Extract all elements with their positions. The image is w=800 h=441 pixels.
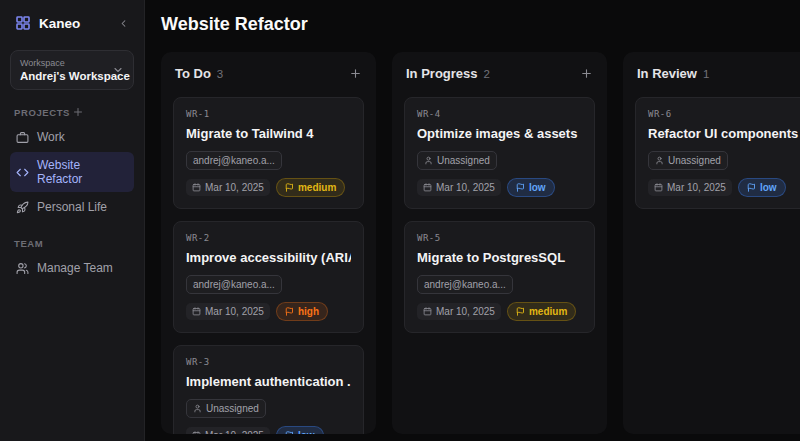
- assignee-label: Unassigned: [206, 403, 259, 414]
- column-cards: WR-4 Optimize images & assets Unassigned…: [404, 97, 595, 345]
- assignee-label: andrej@kaneo.a...: [424, 279, 506, 290]
- column-count: 2: [484, 68, 574, 80]
- sidebar-collapse-button[interactable]: [115, 18, 132, 29]
- kanban-board: To Do 3 WR-1 Migrate to Tailwind 4 andre…: [161, 52, 800, 434]
- priority-badge: high: [276, 302, 328, 321]
- add-card-button[interactable]: [580, 67, 593, 80]
- team-header-label: TEAM: [14, 238, 130, 249]
- task-card[interactable]: WR-4 Optimize images & assets Unassigned…: [404, 97, 595, 209]
- projects-header-label: PROJECTS: [14, 107, 72, 118]
- task-card[interactable]: WR-2 Improve accessibility (ARIA) andrej…: [173, 221, 364, 333]
- task-title: Migrate to PostgresSQL: [417, 250, 582, 265]
- chevron-down-icon: [112, 64, 124, 76]
- column-name: To Do: [175, 66, 211, 81]
- sidebar-item-website-refactor[interactable]: Website Refactor: [10, 152, 134, 192]
- task-badges: andrej@kaneo.a... Mar 10, 2025 medium: [417, 275, 582, 321]
- task-title: Migrate to Tailwind 4: [186, 126, 351, 141]
- sidebar-item-label: Personal Life: [37, 200, 107, 214]
- priority-badge: low: [738, 178, 786, 197]
- task-badges: Unassigned Mar 10, 2025 low: [648, 151, 800, 197]
- priority-label: high: [298, 306, 319, 317]
- due-date-label: Mar 10, 2025: [205, 182, 264, 193]
- flag-icon: [516, 183, 525, 192]
- task-id: WR-2: [186, 233, 351, 243]
- due-date-chip: Mar 10, 2025: [186, 303, 270, 320]
- main-content: Website Refactor To Do 3 WR-1 Migrate to…: [145, 0, 800, 441]
- sidebar-item-personal-life[interactable]: Personal Life: [10, 194, 134, 220]
- due-date-label: Mar 10, 2025: [667, 182, 726, 193]
- assignee-label: andrej@kaneo.a...: [193, 155, 275, 166]
- flag-icon: [285, 431, 294, 434]
- sidebar-item-label: Manage Team: [37, 261, 113, 275]
- task-badges: andrej@kaneo.a... Mar 10, 2025 high: [186, 275, 351, 321]
- column-name: In Review: [637, 66, 697, 81]
- due-date-label: Mar 10, 2025: [205, 430, 264, 434]
- workspace-name: Andrej's Workspace: [20, 70, 112, 82]
- task-id: WR-4: [417, 109, 582, 119]
- workspace-selector[interactable]: Workspace Andrej's Workspace: [10, 50, 134, 90]
- priority-label: low: [298, 430, 315, 434]
- kanban-column: In Review 1 WR-6 Refactor UI components …: [623, 52, 800, 434]
- assignee-chip: Unassigned: [648, 151, 728, 170]
- column-count: 1: [703, 68, 800, 80]
- team-section-header: TEAM: [14, 238, 130, 249]
- code-icon: [16, 166, 29, 179]
- calendar-icon: [423, 307, 432, 316]
- calendar-icon: [192, 183, 201, 192]
- due-date-chip: Mar 10, 2025: [186, 427, 270, 434]
- due-date-chip: Mar 10, 2025: [648, 179, 732, 196]
- add-card-button[interactable]: [349, 67, 362, 80]
- assignee-chip: Unassigned: [417, 151, 497, 170]
- sidebar: Kaneo Workspace Andrej's Workspace PROJE…: [0, 0, 145, 441]
- task-card[interactable]: WR-1 Migrate to Tailwind 4 andrej@kaneo.…: [173, 97, 364, 209]
- due-date-chip: Mar 10, 2025: [417, 179, 501, 196]
- assignee-chip: andrej@kaneo.a...: [186, 275, 282, 294]
- due-date-label: Mar 10, 2025: [436, 182, 495, 193]
- workspace-label: Workspace: [20, 58, 112, 68]
- add-project-button[interactable]: [72, 106, 130, 118]
- task-id: WR-6: [648, 109, 800, 119]
- priority-badge: medium: [276, 178, 345, 197]
- priority-label: low: [760, 182, 777, 193]
- due-date-chip: Mar 10, 2025: [186, 179, 270, 196]
- assignee-chip: andrej@kaneo.a...: [417, 275, 513, 294]
- rocket-icon: [16, 201, 29, 214]
- calendar-icon: [192, 307, 201, 316]
- app-window: Kaneo Workspace Andrej's Workspace PROJE…: [0, 0, 800, 441]
- due-date-chip: Mar 10, 2025: [417, 303, 501, 320]
- sidebar-header: Kaneo: [10, 12, 134, 36]
- sidebar-item-work[interactable]: Work: [10, 124, 134, 150]
- sidebar-item-manage-team[interactable]: Manage Team: [10, 255, 134, 281]
- task-title: Improve accessibility (ARIA): [186, 250, 351, 265]
- priority-badge: medium: [507, 302, 576, 321]
- projects-section-header: PROJECTS: [14, 106, 130, 118]
- priority-badge: low: [276, 426, 324, 434]
- user-icon: [193, 404, 202, 413]
- flag-icon: [285, 307, 294, 316]
- app-title: Kaneo: [39, 16, 108, 31]
- column-header: In Progress 2: [404, 64, 595, 81]
- assignee-label: Unassigned: [437, 155, 490, 166]
- assignee-label: andrej@kaneo.a...: [193, 279, 275, 290]
- task-card[interactable]: WR-6 Refactor UI components Unassigned M…: [635, 97, 800, 209]
- sidebar-item-label: Website Refactor: [37, 158, 128, 186]
- assignee-label: Unassigned: [668, 155, 721, 166]
- user-icon: [655, 156, 664, 165]
- task-id: WR-1: [186, 109, 351, 119]
- page-title: Website Refactor: [161, 14, 800, 35]
- task-card[interactable]: WR-5 Migrate to PostgresSQL andrej@kaneo…: [404, 221, 595, 333]
- flag-icon: [516, 307, 525, 316]
- task-title: Implement authentication ...: [186, 374, 351, 389]
- kanban-column: To Do 3 WR-1 Migrate to Tailwind 4 andre…: [161, 52, 376, 434]
- flag-icon: [747, 183, 756, 192]
- kaneo-logo-icon: [14, 14, 32, 32]
- priority-badge: low: [507, 178, 555, 197]
- priority-label: low: [529, 182, 546, 193]
- column-cards: WR-6 Refactor UI components Unassigned M…: [635, 97, 800, 221]
- column-cards: WR-1 Migrate to Tailwind 4 andrej@kaneo.…: [173, 97, 364, 434]
- task-title: Optimize images & assets: [417, 126, 582, 141]
- task-card[interactable]: WR-3 Implement authentication ... Unassi…: [173, 345, 364, 434]
- user-icon: [424, 156, 433, 165]
- column-name: In Progress: [406, 66, 478, 81]
- calendar-icon: [423, 183, 432, 192]
